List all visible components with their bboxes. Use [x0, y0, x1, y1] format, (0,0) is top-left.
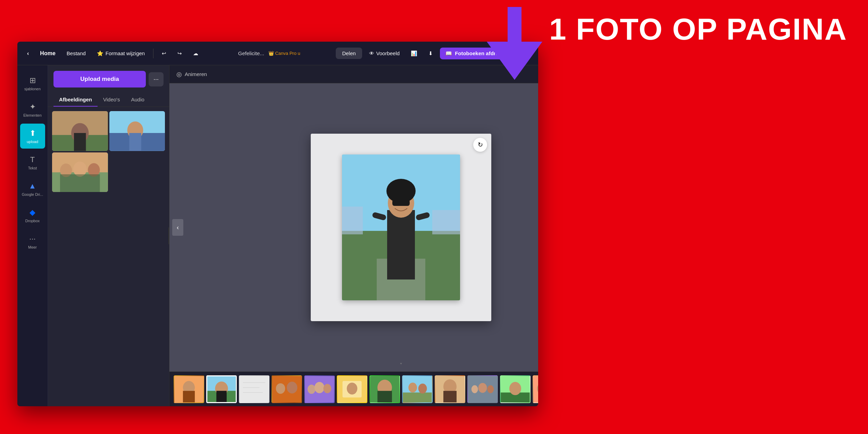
tab-videos[interactable]: Video's — [98, 93, 125, 107]
svg-rect-49 — [377, 391, 392, 402]
svg-point-38 — [276, 383, 285, 393]
svg-point-58 — [471, 385, 478, 393]
svg-rect-4 — [74, 133, 86, 151]
animate-icon: ◎ — [176, 70, 182, 78]
upload-btn-row: Upload media ··· — [48, 65, 169, 93]
svg-rect-28 — [183, 391, 195, 402]
format-button[interactable]: ⭐ Formaat wijzigen — [93, 48, 149, 59]
sidebar-item-sjablonen[interactable]: ⊞ sjablonen — [20, 71, 45, 96]
panel-tabs: Afbeeldingen Video's Audio — [48, 93, 169, 107]
svg-point-52 — [408, 383, 417, 393]
svg-point-41 — [308, 384, 316, 394]
eye-icon: 👁 — [369, 50, 374, 56]
sidebar-item-meer[interactable]: ··· Meer — [20, 229, 45, 254]
redo-button[interactable]: ↪ — [173, 48, 186, 59]
filmstrip-thumb-11[interactable] — [500, 375, 531, 403]
share-button[interactable]: Delen — [336, 48, 362, 59]
tab-audio[interactable]: Audio — [125, 93, 150, 107]
download-button[interactable]: ⬇ — [424, 48, 437, 59]
sidebar-icons: ⊞ sjablonen ✦ Elementen ⬆ upload T Tekst… — [17, 65, 48, 406]
annotation-area: 1 FOTO OP PAGINA — [487, 7, 847, 80]
toolbar: ‹ Home Bestand ⭐ Formaat wijzigen ↩ ↪ ☁ … — [17, 42, 538, 65]
media-grid — [48, 107, 169, 196]
svg-marker-0 — [487, 7, 542, 80]
svg-rect-18 — [387, 210, 415, 279]
svg-rect-56 — [443, 391, 457, 402]
annotation-title: 1 FOTO OP PAGINA — [549, 14, 847, 44]
undo-button[interactable]: ↩ — [158, 48, 170, 59]
dropbox-icon: ◆ — [28, 208, 37, 217]
svg-point-59 — [478, 383, 487, 393]
text-icon: T — [28, 155, 37, 165]
filmstrip-thumb-12[interactable] — [533, 375, 538, 403]
preview-button[interactable]: 👁 Voorbeeld — [365, 48, 404, 58]
back-button[interactable]: ‹ — [23, 48, 33, 59]
media-thumb-2[interactable] — [109, 111, 165, 151]
filmstrip-thumb-9[interactable] — [435, 375, 465, 403]
svg-rect-14 — [60, 174, 100, 192]
filmstrip-thumb-6[interactable] — [337, 375, 367, 403]
svg-point-43 — [323, 384, 331, 393]
svg-point-60 — [487, 385, 494, 393]
book-icon: 📖 — [445, 50, 452, 57]
media-thumb-1[interactable] — [52, 111, 108, 151]
scroll-down-indicator[interactable]: ˅ — [400, 362, 402, 369]
filmstrip — [169, 372, 538, 406]
filmstrip-thumb-3[interactable] — [239, 375, 269, 403]
svg-point-53 — [418, 383, 427, 393]
canva-window: ‹ Home Bestand ⭐ Formaat wijzigen ↩ ↪ ☁ … — [17, 42, 538, 406]
elements-icon: ✦ — [28, 102, 37, 112]
svg-rect-24 — [342, 207, 363, 234]
svg-rect-25 — [432, 210, 460, 234]
scroll-left-button[interactable]: ‹ — [172, 219, 183, 236]
svg-rect-8 — [129, 133, 141, 151]
svg-rect-33 — [240, 376, 269, 402]
filmstrip-thumb-10[interactable] — [467, 375, 498, 403]
star-icon: ⭐ — [97, 50, 103, 57]
main-content: ⊞ sjablonen ✦ Elementen ⬆ upload T Tekst… — [17, 65, 538, 406]
svg-rect-32 — [216, 391, 227, 402]
file-button[interactable]: Bestand — [62, 48, 90, 58]
save-button[interactable]: ☁ — [189, 48, 202, 59]
svg-point-42 — [315, 382, 325, 393]
tab-afbeeldingen[interactable]: Afbeeldingen — [53, 93, 98, 107]
chart-icon: 📊 — [411, 50, 417, 57]
sidebar-item-tekst[interactable]: T Tekst — [20, 150, 45, 175]
templates-icon: ⊞ — [28, 76, 37, 85]
canvas-area: ◎ Animeren + ⧉ 🗑 ‹ — [169, 65, 538, 406]
purple-arrow-icon — [487, 7, 542, 80]
filmstrip-thumb-4[interactable] — [272, 375, 302, 403]
refresh-button[interactable]: ↻ — [473, 138, 487, 152]
upload-media-button[interactable]: Upload media — [53, 71, 146, 87]
sidebar-item-dropbox[interactable]: ◆ Dropbox — [20, 203, 45, 228]
left-panel: Upload media ··· Afbeeldingen Video's Au… — [48, 65, 169, 406]
google-drive-icon: ▲ — [28, 181, 37, 191]
divider-1 — [153, 49, 153, 58]
filmstrip-thumb-1[interactable] — [174, 375, 204, 403]
document-title: Gefelicite... — [238, 50, 264, 56]
svg-point-46 — [347, 383, 357, 394]
filmstrip-thumb-2[interactable] — [206, 375, 237, 403]
sidebar-item-elementen[interactable]: ✦ Elementen — [20, 97, 45, 122]
svg-point-21 — [386, 179, 416, 203]
upload-icon: ⬆ — [28, 128, 37, 138]
filmstrip-thumb-7[interactable] — [369, 375, 400, 403]
canvas-photo[interactable] — [342, 155, 460, 300]
svg-point-63 — [509, 382, 521, 395]
chart-button[interactable]: 📊 — [407, 48, 422, 59]
home-button[interactable]: Home — [36, 48, 59, 59]
canva-pro-badge: 👑 Canva Pro u — [268, 51, 300, 56]
canvas-topbar: ◎ Animeren + ⧉ 🗑 — [169, 65, 538, 83]
upload-more-button[interactable]: ··· — [149, 72, 164, 86]
svg-point-39 — [287, 382, 297, 393]
svg-rect-51 — [403, 392, 432, 402]
sidebar-item-upload[interactable]: ⬆ upload — [20, 124, 45, 149]
filmstrip-thumb-8[interactable] — [402, 375, 433, 403]
sidebar-item-google-drive[interactable]: ▲ Google Dri... — [20, 176, 45, 201]
canvas-page: ↻ — [311, 134, 491, 321]
animate-button[interactable]: ◎ Animeren — [176, 70, 207, 78]
more-icon: ··· — [28, 234, 37, 244]
media-thumb-3[interactable] — [52, 152, 108, 192]
filmstrip-thumb-5[interactable] — [304, 375, 335, 403]
canvas-workspace[interactable]: ‹ — [169, 83, 538, 372]
